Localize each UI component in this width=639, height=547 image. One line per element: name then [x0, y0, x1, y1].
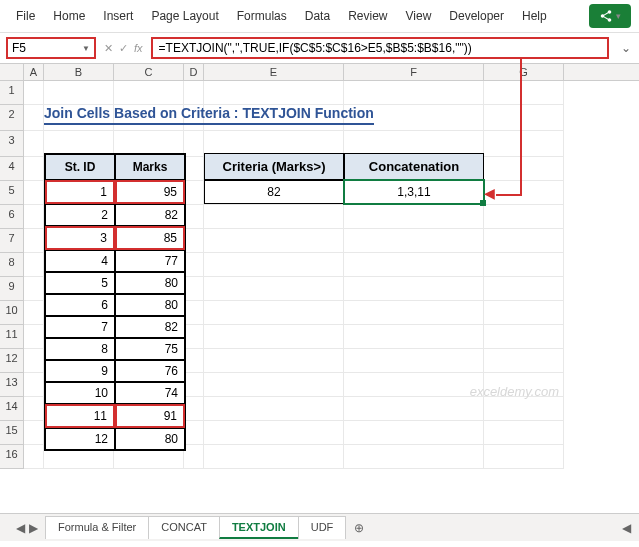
cell[interactable] — [184, 277, 204, 301]
col-header-f[interactable]: F — [344, 64, 484, 80]
cell[interactable] — [24, 397, 44, 421]
col-header-d[interactable]: D — [184, 64, 204, 80]
cell[interactable] — [204, 229, 344, 253]
cell[interactable] — [184, 421, 204, 445]
cell[interactable] — [184, 397, 204, 421]
cell[interactable] — [484, 229, 564, 253]
cell[interactable] — [184, 81, 204, 105]
accept-icon[interactable]: ✓ — [119, 42, 128, 55]
row-header[interactable]: 8 — [0, 253, 24, 277]
cell[interactable] — [24, 131, 44, 157]
cell[interactable] — [484, 81, 564, 105]
sheet-tab[interactable]: CONCAT — [148, 516, 220, 539]
cell-marks[interactable]: 95 — [115, 180, 185, 204]
cell[interactable] — [184, 181, 204, 205]
cell[interactable] — [24, 105, 44, 131]
cell-stid[interactable]: 6 — [45, 294, 115, 316]
cell-stid[interactable]: 8 — [45, 338, 115, 360]
col-header-b[interactable]: B — [44, 64, 114, 80]
cell-marks[interactable]: 76 — [115, 360, 185, 382]
row-header[interactable]: 11 — [0, 325, 24, 349]
cell[interactable] — [24, 301, 44, 325]
cell[interactable] — [484, 349, 564, 373]
row-header[interactable]: 2 — [0, 105, 24, 131]
menu-home[interactable]: Home — [45, 5, 93, 27]
tab-scroll-icon[interactable]: ◀ — [622, 521, 631, 535]
cell[interactable] — [344, 301, 484, 325]
share-button[interactable]: ▾ — [589, 4, 631, 28]
menu-data[interactable]: Data — [297, 5, 338, 27]
cell[interactable] — [344, 229, 484, 253]
cell[interactable] — [184, 157, 204, 181]
cell-stid[interactable]: 2 — [45, 204, 115, 226]
cell[interactable] — [484, 157, 564, 181]
row-header[interactable]: 1 — [0, 81, 24, 105]
cancel-icon[interactable]: ✕ — [104, 42, 113, 55]
criteria-value-cell[interactable]: 82 — [204, 180, 344, 204]
cell[interactable] — [344, 421, 484, 445]
select-all-corner[interactable] — [0, 64, 24, 80]
cell[interactable] — [344, 445, 484, 469]
cell[interactable] — [484, 253, 564, 277]
cell[interactable] — [184, 205, 204, 229]
cell-marks[interactable]: 80 — [115, 294, 185, 316]
cell[interactable] — [484, 205, 564, 229]
cell[interactable] — [484, 277, 564, 301]
cell[interactable] — [344, 81, 484, 105]
cell[interactable] — [184, 301, 204, 325]
row-header[interactable]: 6 — [0, 205, 24, 229]
cell[interactable] — [204, 277, 344, 301]
add-sheet-button[interactable]: ⊕ — [346, 519, 372, 537]
cell[interactable] — [24, 325, 44, 349]
cell[interactable] — [184, 373, 204, 397]
cell[interactable] — [24, 205, 44, 229]
cell[interactable] — [344, 373, 484, 397]
cell[interactable] — [204, 325, 344, 349]
cell[interactable] — [204, 397, 344, 421]
cell-marks[interactable]: 75 — [115, 338, 185, 360]
cell-stid[interactable]: 7 — [45, 316, 115, 338]
row-header[interactable]: 15 — [0, 421, 24, 445]
formula-input[interactable]: =TEXTJOIN(",",TRUE,IF($C$5:$C$16>E5,$B$5… — [151, 37, 609, 59]
cell-marks[interactable]: 80 — [115, 272, 185, 294]
cell[interactable] — [204, 421, 344, 445]
col-header-g[interactable]: G — [484, 64, 564, 80]
cell[interactable] — [204, 253, 344, 277]
cell[interactable] — [204, 349, 344, 373]
cell[interactable] — [24, 277, 44, 301]
tab-next-icon[interactable]: ▶ — [29, 521, 38, 535]
row-header[interactable]: 9 — [0, 277, 24, 301]
cell[interactable] — [24, 349, 44, 373]
cell[interactable] — [484, 105, 564, 131]
cell[interactable] — [184, 253, 204, 277]
row-header[interactable]: 7 — [0, 229, 24, 253]
cell[interactable] — [204, 81, 344, 105]
row-header[interactable]: 4 — [0, 157, 24, 181]
cell[interactable] — [344, 397, 484, 421]
menu-view[interactable]: View — [398, 5, 440, 27]
row-header[interactable]: 3 — [0, 131, 24, 157]
row-header[interactable]: 13 — [0, 373, 24, 397]
fx-icon[interactable]: fx — [134, 42, 143, 54]
cell-marks[interactable]: 85 — [115, 226, 185, 250]
cell[interactable] — [344, 277, 484, 301]
cell[interactable] — [344, 253, 484, 277]
cell-marks[interactable]: 77 — [115, 250, 185, 272]
menu-review[interactable]: Review — [340, 5, 395, 27]
cell[interactable] — [184, 445, 204, 469]
cell[interactable] — [44, 81, 114, 105]
cell-stid[interactable]: 10 — [45, 382, 115, 404]
cell[interactable] — [204, 205, 344, 229]
cell-marks[interactable]: 80 — [115, 428, 185, 450]
menu-page-layout[interactable]: Page Layout — [143, 5, 226, 27]
menu-help[interactable]: Help — [514, 5, 555, 27]
cell[interactable] — [484, 301, 564, 325]
cell[interactable] — [114, 81, 184, 105]
cell-marks[interactable]: 82 — [115, 316, 185, 338]
name-box[interactable]: F5 ▼ — [6, 37, 96, 59]
row-header[interactable]: 5 — [0, 181, 24, 205]
result-cell[interactable]: 1,3,11 — [344, 180, 484, 204]
cell[interactable] — [484, 445, 564, 469]
cell[interactable] — [24, 445, 44, 469]
sheet-tab[interactable]: Formula & Filter — [45, 516, 149, 539]
